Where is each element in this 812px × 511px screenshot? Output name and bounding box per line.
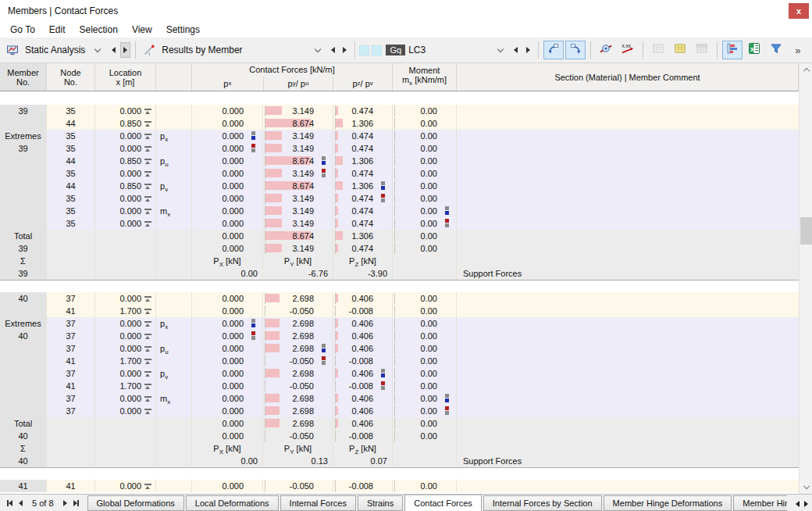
cell-px: 0.000 (192, 480, 263, 492)
table-row[interactable]: 40370.0000.0002.6980.4060.00 (0, 330, 799, 342)
result-diagram-icon (726, 42, 739, 58)
vertical-scrollbar[interactable] (799, 63, 812, 494)
analysis-next-button[interactable] (120, 42, 130, 58)
table-row[interactable]: 411.7000.000-0.050-0.0080.00 (0, 305, 799, 317)
pager-last-button[interactable] (73, 500, 79, 506)
table-row[interactable]: Extremes370.000px0.0002.6980.4060.00 (0, 317, 799, 330)
table-row[interactable]: 350.0000.0003.1490.4740.00 (0, 217, 799, 230)
pick-object-button[interactable] (543, 41, 564, 59)
table-row[interactable]: 440.850pu0.0008.6741.3060.00 (0, 155, 799, 167)
table-row[interactable]: 370.000pu0.0002.6980.4060.00 (0, 342, 799, 355)
analysis-combo[interactable]: Static Analysis (3, 40, 107, 60)
max-marker (381, 181, 385, 190)
table-row[interactable]: ΣPX [kN]PY [kN]PZ [kN] (0, 442, 799, 455)
cell-envelope-label (156, 455, 192, 467)
loadcase-combo[interactable]: Gq LC3 (359, 40, 510, 60)
pager-next-button[interactable] (63, 500, 67, 506)
tab-global-deformations[interactable]: Global Deformations (87, 495, 184, 511)
pager-prev-button[interactable] (19, 500, 23, 506)
loadcase-label: LC3 (408, 45, 426, 55)
table-row[interactable]: Extremes350.000px0.0003.1490.4740.00 (0, 130, 799, 142)
location-extreme-icon (144, 133, 152, 140)
scroll-up-button[interactable] (800, 63, 812, 77)
table-row[interactable]: 440.850pv0.0008.6741.3060.00 (0, 180, 799, 192)
cell-mx: 0.00 (393, 317, 457, 330)
tab-internal-forces[interactable]: Internal Forces (280, 495, 356, 511)
tab-internal-forces-by-section[interactable]: Internal Forces by Section (483, 495, 602, 511)
loadcase-prev-button[interactable] (511, 42, 521, 58)
title-bar: Members | Contact Forces x (0, 0, 812, 22)
tab-contact-forces[interactable]: Contact Forces (404, 495, 482, 511)
table-row[interactable]: 39350.0000.0003.1490.4740.00 (0, 105, 799, 117)
menu-bar: Go To Edit Selection View Settings (0, 22, 812, 38)
menu-edit[interactable]: Edit (42, 23, 73, 37)
results-combo[interactable]: I Results by Member (140, 40, 326, 60)
results-prev-button[interactable] (328, 42, 338, 58)
jump-to-table-button[interactable] (565, 41, 586, 59)
cell-location: 0.000 (95, 480, 156, 492)
cell-py: 2.698 (263, 405, 333, 417)
table-row[interactable]: 39350.0000.0003.1490.4740.00 (0, 142, 799, 155)
static-analysis-icon (6, 44, 22, 56)
table-row[interactable]: 370.0000.0002.6980.4060.00 (0, 405, 799, 417)
table-row[interactable]: 440.8500.0008.6741.3060.00 (0, 117, 799, 130)
table-row[interactable]: 411.7000.000-0.050-0.0080.00 (0, 380, 799, 392)
cell-mx: 0.00 (393, 405, 457, 417)
tab-strains[interactable]: Strains (358, 495, 403, 511)
table-row[interactable]: 40370.0000.0002.6980.4060.00 (0, 292, 799, 305)
cell-mx: 0.00 (393, 117, 457, 130)
table-row[interactable]: 350.0000.0003.1490.4740.00 (0, 167, 799, 180)
analysis-prev-button[interactable] (108, 42, 118, 58)
table-row[interactable]: 390.00-6.76-3.90Support Forces (0, 267, 799, 280)
table-row[interactable]: 350.000mx0.0003.1490.4740.00 (0, 205, 799, 217)
scroll-down-button[interactable] (800, 481, 812, 494)
decimal-places-button[interactable]: x.xx (618, 41, 638, 59)
table-row[interactable]: Total0.0002.6980.4060.00 (0, 417, 799, 430)
menu-view[interactable]: View (125, 23, 159, 37)
table-row[interactable]: 400.000.130.07Support Forces (0, 455, 799, 467)
pager-first-button[interactable] (7, 500, 12, 506)
table-edit-button[interactable] (670, 41, 690, 59)
cell-px: 0.000 (192, 317, 263, 330)
table-row[interactable]: 411.7000.000-0.050-0.0080.00 (0, 355, 799, 367)
chevron-down-icon[interactable] (94, 45, 101, 52)
chevron-down-icon[interactable] (314, 45, 320, 52)
excel-export-button[interactable]: X (744, 41, 764, 59)
cell-mx: 0.00 (393, 342, 457, 355)
table-row[interactable]: 390.0003.1490.4740.00 (0, 242, 799, 255)
table-row[interactable]: 400.000-0.050-0.0080.00 (0, 430, 799, 442)
menu-goto[interactable]: Go To (3, 23, 42, 37)
table-tabs: Global DeformationsLocal DeformationsInt… (86, 495, 809, 511)
results-next-button[interactable] (340, 42, 350, 58)
cell-location (95, 255, 156, 267)
menu-selection[interactable]: Selection (73, 23, 125, 37)
table-row[interactable]: 41410.0000.000-0.050-0.0080.00 (0, 480, 799, 492)
toolbar-separator (643, 41, 643, 59)
table-row[interactable]: ΣPX [kN]PY [kN]PZ [kN] (0, 255, 799, 267)
result-diagram-button[interactable] (722, 41, 743, 59)
chevron-down-icon[interactable] (497, 45, 504, 52)
cell-pz: 1.306 (333, 230, 393, 242)
show-result-values-button[interactable] (596, 41, 616, 59)
cell-px: 0.000 (192, 180, 263, 192)
cell-py: 8.674 (263, 180, 333, 192)
filter-button[interactable] (766, 41, 786, 59)
toolbar-overflow-button[interactable]: » (788, 41, 808, 59)
table-row[interactable]: Total0.0008.6741.3060.00 (0, 230, 799, 242)
cell-member: Σ (0, 255, 47, 267)
cell-member: 39 (0, 267, 47, 280)
loadcase-next-button[interactable] (523, 42, 533, 58)
table-row[interactable]: 370.000pv0.0002.6980.4060.00 (0, 367, 799, 380)
tab-member-hinge-deformations[interactable]: Member Hinge Deformations (604, 495, 732, 511)
tab-scroll-left-button[interactable] (796, 501, 800, 507)
close-button[interactable]: x (789, 3, 809, 19)
scrollbar-thumb[interactable] (800, 217, 812, 245)
tab-local-deformations[interactable]: Local Deformations (186, 495, 279, 511)
table-row[interactable]: 370.000mx0.0002.6980.4060.00 (0, 392, 799, 405)
cell-section (457, 130, 799, 142)
cell-envelope-label (156, 480, 192, 492)
cell-px: 0.000 (192, 167, 263, 180)
menu-settings[interactable]: Settings (159, 23, 207, 37)
tab-scroll-right-button[interactable] (804, 501, 808, 507)
table-row[interactable]: 350.0000.0003.1490.4740.00 (0, 192, 799, 205)
